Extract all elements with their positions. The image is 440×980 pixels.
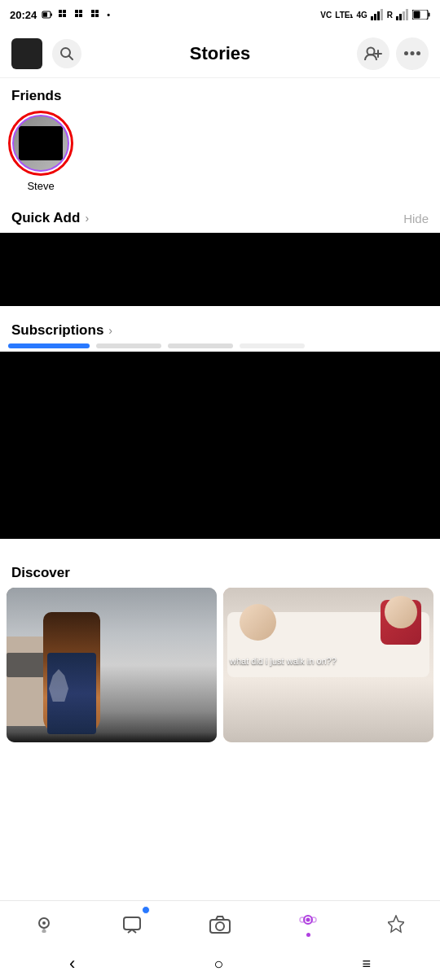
svg-rect-7 bbox=[75, 10, 78, 13]
svg-rect-20 bbox=[399, 14, 402, 20]
svg-rect-8 bbox=[79, 10, 82, 13]
subscriptions-content bbox=[0, 352, 440, 539]
more-options-button[interactable] bbox=[396, 37, 429, 70]
quick-add-chevron-icon[interactable]: › bbox=[85, 212, 89, 225]
chat-icon bbox=[122, 915, 142, 934]
discover-card-2[interactable]: what did i just walk in on?? bbox=[223, 588, 433, 742]
lte-text: LTE₁ bbox=[335, 11, 353, 20]
subscriptions-header: Subscriptions › bbox=[0, 316, 440, 343]
svg-point-31 bbox=[404, 51, 408, 55]
subscriptions-title: Subscriptions bbox=[11, 322, 103, 339]
svg-rect-12 bbox=[95, 10, 99, 13]
discover-section-label: Discover bbox=[0, 555, 440, 588]
svg-point-38 bbox=[216, 922, 224, 930]
more-icon bbox=[404, 51, 420, 55]
quick-add-title: Quick Add bbox=[11, 210, 80, 226]
friend-name: Steve bbox=[27, 180, 54, 192]
r-text: R bbox=[387, 11, 393, 20]
svg-rect-1 bbox=[51, 14, 52, 16]
svg-point-33 bbox=[416, 51, 420, 55]
svg-rect-19 bbox=[396, 16, 398, 20]
sub-tab-2[interactable] bbox=[96, 343, 161, 348]
discover-card-caption-2: what did i just walk in on?? bbox=[230, 656, 337, 666]
sub-tab-4[interactable] bbox=[240, 343, 305, 348]
signal-bars2-icon bbox=[396, 9, 409, 20]
quick-add-left: Quick Add › bbox=[11, 210, 89, 226]
nav-item-chat[interactable] bbox=[108, 901, 156, 947]
svg-rect-3 bbox=[59, 10, 62, 13]
svg-point-35 bbox=[42, 921, 46, 925]
nav-item-map[interactable] bbox=[20, 901, 68, 947]
status-time: 20:24 • bbox=[10, 9, 110, 21]
camera-icon bbox=[209, 915, 231, 934]
svg-rect-25 bbox=[414, 11, 420, 19]
svg-point-40 bbox=[306, 918, 310, 922]
discover-grid: what did i just walk in on?? bbox=[0, 588, 440, 742]
add-friend-icon bbox=[364, 46, 382, 61]
grid2-icon bbox=[74, 9, 86, 20]
page-title: Stories bbox=[190, 43, 251, 64]
hide-button[interactable]: Hide bbox=[403, 212, 429, 225]
grid-icon bbox=[58, 9, 69, 20]
quick-add-content bbox=[0, 233, 440, 306]
stories-icon bbox=[297, 912, 319, 931]
add-friend-button[interactable] bbox=[357, 37, 389, 70]
home-button[interactable]: ○ bbox=[213, 955, 223, 973]
svg-rect-14 bbox=[95, 14, 99, 17]
svg-marker-43 bbox=[388, 916, 404, 932]
header: Stories bbox=[0, 29, 440, 78]
bottom-nav bbox=[0, 900, 440, 947]
menu-button[interactable]: ≡ bbox=[362, 956, 371, 973]
nav-item-stories[interactable] bbox=[284, 901, 332, 947]
svg-rect-11 bbox=[91, 10, 95, 13]
signal-text: VC bbox=[320, 11, 332, 20]
friend-item[interactable]: Steve bbox=[8, 111, 73, 192]
svg-rect-18 bbox=[381, 9, 383, 20]
svg-rect-10 bbox=[79, 14, 82, 17]
spotlight-icon bbox=[388, 915, 404, 934]
svg-rect-6 bbox=[63, 14, 66, 17]
discover-card-1[interactable] bbox=[7, 588, 217, 742]
svg-rect-22 bbox=[406, 9, 408, 20]
friends-section-label: Friends bbox=[0, 78, 440, 111]
4g-text: 4G bbox=[356, 11, 367, 20]
nav-item-spotlight[interactable] bbox=[372, 901, 420, 947]
sub-tab-1[interactable] bbox=[8, 343, 90, 348]
stories-nav-dot bbox=[306, 933, 310, 937]
friends-section: Friends Steve bbox=[0, 78, 440, 203]
svg-point-32 bbox=[411, 51, 415, 55]
header-right bbox=[357, 37, 429, 70]
svg-rect-9 bbox=[75, 14, 78, 17]
svg-rect-5 bbox=[59, 14, 62, 17]
android-nav: ‹ ○ ≡ bbox=[0, 947, 440, 980]
grid3-icon bbox=[90, 9, 102, 20]
subscriptions-section: Subscriptions › bbox=[0, 316, 440, 539]
battery-icon bbox=[412, 10, 430, 20]
svg-rect-4 bbox=[63, 10, 66, 13]
subscription-tabs bbox=[0, 343, 440, 348]
svg-line-27 bbox=[69, 55, 73, 59]
user-avatar[interactable] bbox=[11, 38, 42, 69]
status-icons: VC LTE₁ 4G R bbox=[320, 9, 430, 20]
svg-rect-2 bbox=[43, 12, 47, 17]
header-left bbox=[11, 38, 81, 69]
search-icon bbox=[59, 46, 74, 61]
svg-rect-24 bbox=[429, 13, 430, 17]
nav-item-camera[interactable] bbox=[196, 901, 244, 947]
svg-rect-13 bbox=[91, 14, 95, 17]
discover-card-overlay-1 bbox=[7, 733, 217, 742]
signal-bars-icon bbox=[371, 9, 384, 20]
search-button[interactable] bbox=[52, 39, 81, 68]
quick-add-section: Quick Add › Hide bbox=[0, 203, 440, 306]
status-bar: 20:24 • VC LTE₁ 4G bbox=[0, 0, 440, 29]
chat-badge bbox=[142, 906, 150, 914]
svg-rect-17 bbox=[377, 11, 380, 20]
sub-tab-3[interactable] bbox=[168, 343, 233, 348]
svg-rect-36 bbox=[124, 917, 140, 930]
subscriptions-chevron-icon[interactable]: › bbox=[108, 324, 112, 337]
friends-scroll[interactable]: Steve bbox=[0, 111, 440, 200]
map-icon bbox=[34, 915, 54, 934]
battery-status-icon bbox=[42, 9, 53, 20]
back-button[interactable]: ‹ bbox=[69, 953, 75, 974]
discover-caption-overlay: what did i just walk in on?? bbox=[223, 650, 433, 671]
